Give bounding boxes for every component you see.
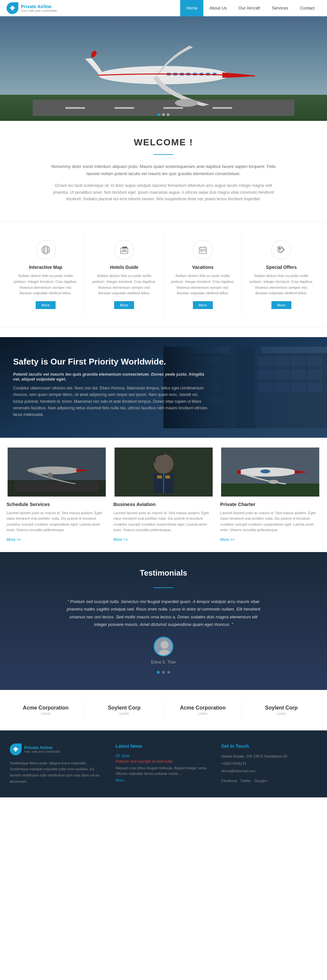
- testimonial-dot-1[interactable]: [157, 671, 160, 674]
- partner-1: Soylent Corp Lorem: [85, 700, 164, 720]
- footer-googleplus[interactable]: Google+: [254, 779, 268, 783]
- partner-name-0: Acme Corporation: [11, 705, 80, 711]
- testimonial-quote: " Pretium sed suscipit nulla. Senectus n…: [65, 598, 262, 628]
- footer-news-more[interactable]: More...: [115, 778, 126, 782]
- testimonials-section: Testimonials " Pretium sed suscipit null…: [0, 552, 327, 690]
- feature-icon-globe: [36, 240, 56, 260]
- svg-rect-35: [204, 250, 206, 251]
- hero-plane-container: [0, 16, 327, 121]
- partner-sub-1: Lorem: [90, 712, 158, 715]
- service-card-schedule: Schedule Services Laoreet laoreet justo …: [6, 447, 107, 542]
- footer-social: Facebook Twitter Google+: [222, 779, 317, 783]
- testimonials-title: Testimonials: [20, 568, 307, 578]
- feature-card-map: Interactive Map Nullam dictum felis eu p…: [6, 232, 85, 317]
- dot-1[interactable]: [158, 113, 160, 116]
- hero-dots: [158, 113, 169, 116]
- testimonial-dots: [20, 671, 307, 674]
- svg-rect-79: [115, 447, 212, 496]
- feature-text-1: Nullam dictum felis eu pede mollis preti…: [92, 273, 156, 296]
- footer-contact-title: Get In Touch: [222, 743, 317, 749]
- testimonial-dot-2[interactable]: [162, 671, 165, 674]
- service-img-pilot: [113, 447, 214, 496]
- safety-text: Curabitur ullamcorper ultricies nisl. Nu…: [13, 385, 209, 418]
- footer-news-date-num: 25 June: [115, 754, 129, 758]
- logo-icon: [6, 2, 18, 14]
- welcome-section: WELCOME ! Nonummy dolor sociis Interdum …: [0, 121, 327, 212]
- safety-subtitle: Potenti iaculis vel mauris leo quis grav…: [13, 372, 209, 382]
- footer-news-article-title: Pretium sed suscipit sit sed nulla: [115, 759, 211, 764]
- footer-contact-phone: +0383 0046131: [222, 761, 317, 767]
- footer-news-title: Latest News: [115, 743, 211, 749]
- service-title-1: Business Aviation: [113, 501, 214, 507]
- feature-btn-1[interactable]: More: [114, 301, 134, 309]
- partner-sub-3: Lorem: [247, 712, 316, 715]
- logo-tagline: Fast, Safe and Comfortable: [21, 9, 57, 13]
- feature-btn-0[interactable]: More: [36, 301, 56, 309]
- nav-services[interactable]: Services: [266, 0, 294, 16]
- nav-about[interactable]: About Us: [203, 0, 233, 16]
- svg-text:HOTEL: HOTEL: [123, 247, 128, 248]
- footer-news-article-text: Aliquam cras tellus feugiat meleuda. Ali…: [115, 765, 211, 777]
- testimonial-avatar: [154, 637, 173, 656]
- footer-logo-icon: [10, 743, 22, 755]
- service-more-1[interactable]: More >>: [113, 538, 128, 542]
- features-section: Interactive Map Nullam dictum felis eu p…: [0, 222, 327, 327]
- feature-title-2: Vacations: [171, 265, 235, 270]
- svg-rect-34: [203, 250, 204, 251]
- footer-logo-tagline: Fast, Safe and Comfortable: [24, 750, 60, 753]
- feature-btn-2[interactable]: More: [193, 301, 213, 309]
- feature-title-3: Special Offers: [249, 265, 314, 270]
- svg-rect-5: [164, 107, 183, 109]
- svg-point-88: [161, 641, 168, 649]
- footer-about-text: Scelerisque libero pede. Magna fusce imp…: [10, 760, 105, 785]
- service-more-2[interactable]: More >>: [220, 538, 235, 542]
- svg-rect-26: [124, 250, 126, 251]
- feature-card-hotel: HOTEL Hotels Guide Nullam dictum felis e…: [85, 232, 164, 317]
- feature-icon-hotel: HOTEL: [115, 240, 134, 260]
- svg-rect-86: [222, 447, 319, 496]
- partner-name-1: Soylent Corp: [90, 705, 158, 711]
- svg-rect-3: [65, 107, 85, 109]
- service-img-small-plane: [220, 447, 321, 496]
- partner-sub-2: Lorem: [169, 712, 237, 715]
- feature-btn-3[interactable]: More: [271, 301, 291, 309]
- feature-text-0: Nullam dictum felis eu pede mollis preti…: [13, 273, 78, 296]
- feature-title-0: Interactive Map: [13, 265, 78, 270]
- feature-card-offers: Special Offers Nullam dictum felis eu pe…: [242, 232, 321, 317]
- svg-rect-33: [201, 250, 202, 251]
- nav-home[interactable]: Home: [180, 0, 203, 16]
- service-title-2: Private Charter: [220, 501, 321, 507]
- welcome-text-sub: Ornare leo taciti scelerisque sit. Id do…: [49, 182, 278, 202]
- svg-point-36: [279, 248, 280, 249]
- dot-2[interactable]: [162, 113, 165, 116]
- welcome-text-main: Nonummy dolor sociis Interdum aliquam ju…: [49, 163, 278, 177]
- nav-aircraft[interactable]: Our Aircraft: [233, 0, 266, 16]
- footer-about: Private Airline Fast, Safe and Comfortab…: [10, 743, 105, 785]
- logo-name: Private Airline: [21, 4, 57, 9]
- service-more-0[interactable]: More >>: [6, 538, 21, 542]
- logo: Private Airline Fast, Safe and Comfortab…: [6, 2, 180, 14]
- footer-contact-col: Get In Touch Strada Statale, 109 13676 S…: [222, 743, 317, 785]
- service-text-1: Laoreet laoreet justo ac mauris id. Sed …: [113, 510, 214, 533]
- hero-section: [0, 16, 327, 121]
- footer-logo-text: Private Airline Fast, Safe and Comfortab…: [24, 745, 60, 753]
- hero-plane-svg: [0, 16, 327, 121]
- footer-logo-name: Private Airline: [24, 745, 60, 750]
- safety-content: Safety is Our First Priority Worldwide. …: [13, 357, 209, 418]
- feature-card-vacations: Vacations Nullam dictum felis eu pede mo…: [164, 232, 242, 317]
- testimonial-dot-3[interactable]: [167, 671, 170, 674]
- dot-3[interactable]: [167, 113, 169, 116]
- partner-3: Soylent Corp Lorem: [242, 700, 321, 720]
- partner-2: Acme Corporation Lorem: [164, 700, 242, 720]
- footer-twitter[interactable]: Twitter: [240, 779, 251, 783]
- navigation: Private Airline Fast, Safe and Comfortab…: [0, 0, 327, 16]
- feature-icon-tag: [271, 240, 291, 260]
- nav-contact[interactable]: Contact: [294, 0, 321, 16]
- svg-rect-6: [212, 107, 232, 109]
- service-title-0: Schedule Services: [6, 501, 107, 507]
- feature-title-1: Hotels Guide: [92, 265, 156, 270]
- svg-rect-4: [115, 107, 134, 109]
- testimonial-divider: [154, 587, 173, 588]
- footer-facebook[interactable]: Facebook: [222, 779, 237, 783]
- welcome-divider: [154, 154, 173, 155]
